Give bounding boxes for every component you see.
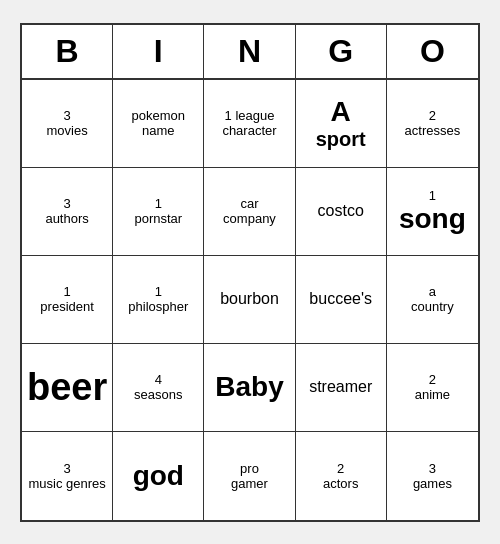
cell-text: beer (27, 366, 107, 409)
cell-text: authors (45, 211, 88, 226)
cell-number: pro (240, 461, 259, 476)
cell-number: 1 (155, 196, 162, 211)
cell-text: buccee's (309, 290, 372, 308)
bingo-header: BINGO (22, 25, 478, 80)
bingo-cell: 1 leaguecharacter (204, 80, 295, 168)
cell-text: bourbon (220, 290, 279, 308)
cell-text: god (133, 460, 184, 492)
cell-text: sport (316, 128, 366, 151)
cell-text: country (411, 299, 454, 314)
bingo-cell: god (113, 432, 204, 520)
header-letter: O (387, 25, 478, 78)
bingo-cell: 2actors (296, 432, 387, 520)
cell-text: pokemon name (117, 108, 199, 138)
bingo-cell: costco (296, 168, 387, 256)
bingo-cell: buccee's (296, 256, 387, 344)
cell-text: Baby (215, 371, 283, 403)
cell-number: 1 league (225, 108, 275, 123)
cell-number: car (240, 196, 258, 211)
cell-text: pornstar (134, 211, 182, 226)
bingo-cell: pokemon name (113, 80, 204, 168)
cell-text: movies (47, 123, 88, 138)
cell-text: company (223, 211, 276, 226)
cell-text: gamer (231, 476, 268, 491)
bingo-cell: Baby (204, 344, 295, 432)
header-letter: N (204, 25, 295, 78)
cell-text: anime (415, 387, 450, 402)
bingo-cell: 3authors (22, 168, 113, 256)
cell-text: streamer (309, 378, 372, 396)
cell-number: 1 (63, 284, 70, 299)
bingo-cell: 3games (387, 432, 478, 520)
cell-number: 2 (429, 372, 436, 387)
bingo-cell: beer (22, 344, 113, 432)
bingo-cell: Asport (296, 80, 387, 168)
cell-text: costco (318, 202, 364, 220)
header-letter: G (296, 25, 387, 78)
bingo-cell: acountry (387, 256, 478, 344)
cell-number: 4 (155, 372, 162, 387)
cell-text: music genres (28, 476, 105, 491)
cell-text: actresses (405, 123, 461, 138)
cell-number: 2 (337, 461, 344, 476)
header-letter: B (22, 25, 113, 78)
cell-text: seasons (134, 387, 182, 402)
cell-number: 1 (155, 284, 162, 299)
header-letter: I (113, 25, 204, 78)
cell-number: 3 (63, 108, 70, 123)
cell-text: philospher (128, 299, 188, 314)
cell-number: a (429, 284, 436, 299)
cell-text: song (399, 203, 466, 235)
cell-text: actors (323, 476, 358, 491)
bingo-cell: 1song (387, 168, 478, 256)
bingo-cell: 1president (22, 256, 113, 344)
bingo-cell: 2anime (387, 344, 478, 432)
bingo-cell: 1pornstar (113, 168, 204, 256)
bingo-cell: carcompany (204, 168, 295, 256)
cell-number: 3 (63, 196, 70, 211)
cell-text: games (413, 476, 452, 491)
cell-number: 3 (63, 461, 70, 476)
cell-number: A (331, 96, 351, 128)
bingo-cell: 3music genres (22, 432, 113, 520)
bingo-grid: 3moviespokemon name1 leaguecharacterAspo… (22, 80, 478, 520)
bingo-cell: 1philospher (113, 256, 204, 344)
cell-number: 1 (429, 188, 436, 203)
bingo-cell: bourbon (204, 256, 295, 344)
cell-text: character (222, 123, 276, 138)
bingo-cell: progamer (204, 432, 295, 520)
cell-number: 2 (429, 108, 436, 123)
bingo-cell: 4seasons (113, 344, 204, 432)
cell-number: 3 (429, 461, 436, 476)
bingo-cell: 2actresses (387, 80, 478, 168)
bingo-card: BINGO 3moviespokemon name1 leaguecharact… (20, 23, 480, 522)
cell-text: president (40, 299, 93, 314)
bingo-cell: streamer (296, 344, 387, 432)
bingo-cell: 3movies (22, 80, 113, 168)
